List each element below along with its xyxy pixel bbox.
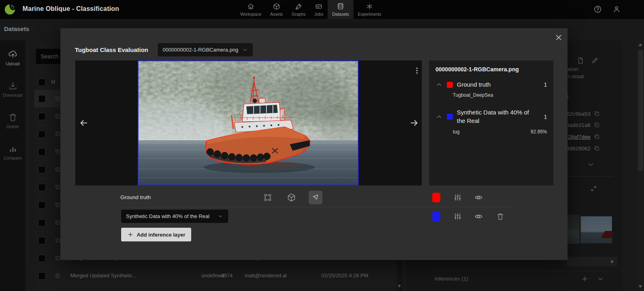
nav-label: Jobs <box>314 12 323 17</box>
divider <box>120 207 512 207</box>
layer-class-row: Tugboat_DeepSea <box>453 92 547 98</box>
cube-3d-tool-icon[interactable] <box>287 193 296 202</box>
nav-item-graphs[interactable]: Graphs <box>287 0 310 19</box>
class-label: Tugboat_DeepSea <box>453 92 493 98</box>
collapse-chevron-up-icon[interactable] <box>436 81 443 88</box>
confidence-value: 92.95% <box>530 129 547 135</box>
nav-item-jobs[interactable]: Jobs <box>310 0 328 19</box>
project-chevron-down-icon[interactable] <box>106 6 113 13</box>
top-nav: Marine Oblique - Classification Workspac… <box>0 0 644 19</box>
image-filename: 0000000002-1-RGBCamera.png <box>436 66 547 73</box>
visibility-eye-icon[interactable] <box>474 212 483 221</box>
add-inference-layer-button[interactable]: Add inference layer <box>121 228 191 241</box>
collapse-chevron-up-icon[interactable] <box>436 113 443 121</box>
help-icon[interactable] <box>593 5 602 14</box>
nav-label: Experiments <box>358 12 381 17</box>
image-viewer <box>75 60 422 185</box>
layer-count: 1 <box>544 81 547 88</box>
nav-label: Datasets <box>332 12 349 17</box>
chevron-down-icon <box>217 213 223 219</box>
visibility-eye-icon[interactable] <box>474 193 483 202</box>
layer-row-synthetic[interactable]: Synthetic Data with 40% of the Real 1 <box>436 108 547 125</box>
delete-layer-trash-icon[interactable] <box>496 212 505 221</box>
add-inference-layer-label: Add inference layer <box>137 232 186 238</box>
plus-icon <box>127 231 134 238</box>
main-nav-menu: Workspace Assets Graphs Jobs Datasets Ex… <box>236 0 386 19</box>
file-select-value: 0000000002-1-RGBCamera.png <box>163 47 238 53</box>
annotation-layers-panel: 0000000002-1-RGBCamera.png Ground truth … <box>429 60 553 185</box>
inference-layer-dropdown[interactable]: Synthetic Data with 40% of the Real <box>121 210 228 223</box>
asterisk-icon <box>365 2 374 10</box>
app-root: Marine Oblique - Classification Workspac… <box>0 0 644 291</box>
class-label: tug <box>453 129 460 135</box>
nav-item-experiments[interactable]: Experiments <box>353 0 386 19</box>
previous-image-arrow-icon[interactable] <box>78 118 89 128</box>
chevron-down-icon <box>242 47 248 53</box>
polygon-icon <box>311 193 320 202</box>
nav-item-assets[interactable]: Assets <box>266 0 287 19</box>
database-icon <box>336 2 345 10</box>
nav-label: Graphs <box>292 12 305 17</box>
layer-settings-sliders-icon[interactable] <box>453 193 462 202</box>
cube-icon <box>272 2 281 10</box>
inference-color-swatch[interactable] <box>432 212 440 221</box>
server-icon <box>315 2 323 10</box>
pen-nib-icon <box>295 2 303 10</box>
modal-title: Tugboat Class Evaluation <box>75 46 148 53</box>
ground-truth-color-swatch[interactable] <box>432 193 440 202</box>
close-icon[interactable] <box>554 33 563 42</box>
file-select-dropdown[interactable]: 0000000002-1-RGBCamera.png <box>158 43 253 56</box>
class-evaluation-modal: Tugboat Class Evaluation 0000000002-1-RG… <box>60 28 568 260</box>
user-icon[interactable] <box>612 5 621 14</box>
inference-layer-value: Synthetic Data with 40% of the Real <box>126 213 209 219</box>
next-image-arrow-icon[interactable] <box>409 118 419 128</box>
layer-class-row: tug 92.95% <box>453 129 547 135</box>
project-title[interactable]: Marine Oblique - Classification <box>23 5 119 12</box>
ground-truth-label: Ground truth <box>120 194 151 200</box>
layer-name: Synthetic Data with 40% of the Real <box>457 108 537 125</box>
nav-item-datasets[interactable]: Datasets <box>328 0 353 19</box>
layer-count: 1 <box>544 114 547 120</box>
layer-settings-sliders-icon[interactable] <box>453 212 462 221</box>
annotated-image[interactable] <box>138 60 359 185</box>
rendered-ai-logo-icon[interactable] <box>4 3 16 15</box>
layer-row-ground-truth[interactable]: Ground truth 1 <box>436 81 547 89</box>
layer-color-swatch <box>447 114 453 120</box>
kebab-menu-icon[interactable] <box>413 66 421 75</box>
home-icon <box>247 2 255 10</box>
layer-name: Ground truth <box>457 81 491 89</box>
nav-label: Workspace <box>240 12 261 17</box>
bounding-box-tool-icon[interactable] <box>263 193 272 202</box>
nav-item-workspace[interactable]: Workspace <box>236 0 266 19</box>
polygon-tool-selected[interactable] <box>309 191 322 204</box>
layer-color-swatch <box>447 82 453 88</box>
nav-label: Assets <box>270 12 283 17</box>
